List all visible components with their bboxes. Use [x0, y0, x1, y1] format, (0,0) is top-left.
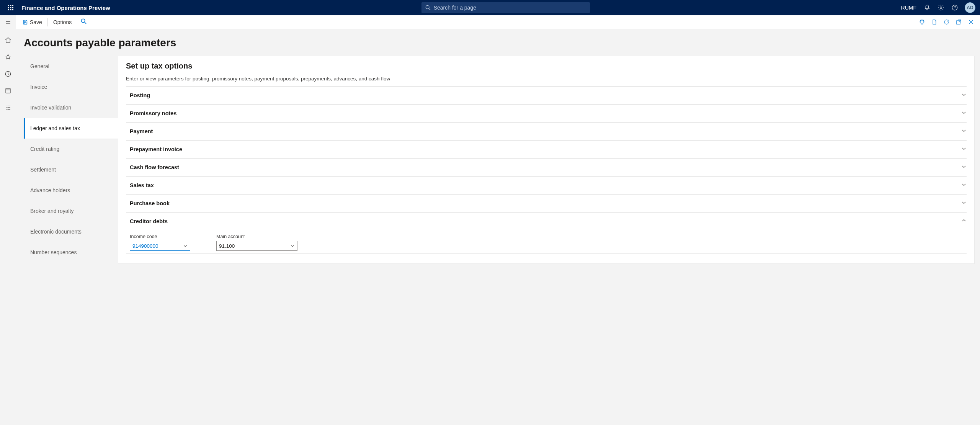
left-rail	[0, 15, 16, 425]
nav-modules[interactable]	[0, 102, 16, 113]
save-icon	[22, 19, 28, 25]
param-nav-electronic-documents[interactable]: Electronic documents	[24, 221, 118, 242]
param-nav-ledger-sales-tax[interactable]: Ledger and sales tax	[24, 118, 118, 139]
chevron-down-icon	[961, 146, 967, 153]
accordion-header[interactable]: Posting	[126, 87, 967, 104]
param-nav-invoice-validation[interactable]: Invoice validation	[24, 97, 118, 118]
accordion-header[interactable]: Cash flow forecast	[126, 159, 967, 176]
svg-rect-0	[8, 5, 9, 6]
param-nav-invoice[interactable]: Invoice	[24, 77, 118, 97]
svg-rect-5	[12, 7, 13, 8]
nav-expand-button[interactable]	[0, 18, 16, 29]
topbar: Finance and Operations Preview Search fo…	[0, 0, 980, 15]
nav-workspaces[interactable]	[0, 85, 16, 96]
svg-point-9	[426, 5, 429, 9]
topbar-center: Search for a page	[110, 2, 901, 13]
accordion-header[interactable]: Promissory notes	[126, 105, 967, 122]
accordion-item-promissory-notes: Promissory notes	[126, 105, 967, 123]
accordion-item-payment: Payment	[126, 123, 967, 141]
panel-title: Set up tax options	[126, 62, 967, 70]
action-bar-left: Save Options	[19, 18, 87, 27]
global-search-placeholder: Search for a page	[434, 5, 476, 11]
accordion-label: Purchase book	[126, 200, 170, 206]
accordion-label: Payment	[126, 128, 153, 134]
refresh-button[interactable]	[942, 18, 951, 27]
home-icon	[5, 37, 11, 44]
income-code-dropdown[interactable]: 914900000	[130, 241, 190, 251]
income-code-label: Income code	[130, 234, 190, 239]
chevron-down-icon	[961, 92, 967, 99]
accordion-header[interactable]: Sales tax	[126, 177, 967, 194]
param-nav-label: Broker and royalty	[30, 208, 74, 214]
param-nav-label: Settlement	[30, 167, 56, 173]
global-search[interactable]: Search for a page	[421, 2, 590, 13]
param-nav-broker-royalty[interactable]: Broker and royalty	[24, 201, 118, 221]
accordion: Posting Promissory notes Payment	[126, 86, 967, 253]
param-nav-general[interactable]: General	[24, 56, 118, 77]
accordion-header[interactable]: Payment	[126, 123, 967, 140]
accordion-header[interactable]: Creditor debts	[126, 212, 967, 230]
accordion-header[interactable]: Prepayment invoice	[126, 141, 967, 158]
svg-rect-6	[8, 9, 9, 10]
diamond-icon	[919, 19, 925, 25]
action-search-button[interactable]	[81, 18, 87, 26]
company-code[interactable]: RUMF	[901, 5, 916, 11]
svg-point-13	[954, 9, 955, 9]
close-button[interactable]	[966, 18, 975, 27]
action-bar: Save Options	[16, 15, 980, 29]
param-nav-label: Ledger and sales tax	[30, 125, 80, 131]
accordion-item-sales-tax: Sales tax	[126, 177, 967, 195]
svg-rect-26	[24, 20, 26, 21]
accordion-item-posting: Posting	[126, 87, 967, 105]
field-row: Income code 914900000 Main account 91.10…	[130, 234, 963, 251]
param-nav-label: Credit rating	[30, 146, 59, 152]
settings-button[interactable]	[935, 0, 947, 15]
search-icon	[425, 5, 431, 10]
save-label: Save	[30, 19, 42, 25]
field-main-account: Main account 91.100	[216, 234, 297, 251]
accordion-header[interactable]: Purchase book	[126, 195, 967, 212]
svg-rect-27	[24, 22, 26, 24]
topbar-right: RUMF AD	[901, 0, 977, 15]
param-nav-label: Advance holders	[30, 187, 70, 193]
office-button[interactable]	[929, 18, 939, 27]
main-account-dropdown[interactable]: 91.100	[216, 241, 297, 251]
accordion-item-purchase-book: Purchase book	[126, 195, 967, 212]
modules-icon	[5, 104, 11, 111]
accordion-item-creditor-debts: Creditor debts Income code 914900000	[126, 212, 967, 253]
svg-rect-3	[8, 7, 9, 8]
options-button[interactable]: Options	[50, 18, 75, 27]
attach-button[interactable]	[917, 18, 926, 27]
param-nav-advance-holders[interactable]: Advance holders	[24, 180, 118, 201]
notifications-button[interactable]	[921, 0, 933, 15]
user-avatar[interactable]: AD	[965, 2, 975, 13]
chevron-down-icon	[290, 244, 295, 248]
svg-line-10	[429, 8, 430, 10]
workspace-icon	[5, 87, 11, 94]
param-nav-label: General	[30, 63, 49, 69]
nav-home[interactable]	[0, 34, 16, 46]
help-button[interactable]	[949, 0, 961, 15]
save-button[interactable]: Save	[19, 18, 45, 27]
income-code-value: 914900000	[132, 243, 158, 249]
app-launcher-button[interactable]	[3, 0, 18, 15]
svg-rect-4	[10, 7, 11, 8]
param-nav-label: Number sequences	[30, 249, 77, 255]
nav-recent[interactable]	[0, 68, 16, 80]
chevron-down-icon	[961, 164, 967, 171]
svg-point-11	[940, 7, 942, 9]
param-nav-label: Invoice validation	[30, 105, 71, 111]
parameter-nav: General Invoice Invoice validation Ledge…	[24, 56, 118, 264]
accordion-item-cash-flow-forecast: Cash flow forecast	[126, 159, 967, 177]
param-nav-credit-rating[interactable]: Credit rating	[24, 139, 118, 159]
avatar-initials: AD	[967, 5, 973, 10]
accordion-item-prepayment-invoice: Prepayment invoice	[126, 141, 967, 159]
param-nav-number-sequences[interactable]: Number sequences	[24, 242, 118, 263]
svg-line-29	[85, 22, 86, 24]
param-nav-settlement[interactable]: Settlement	[24, 159, 118, 180]
popout-button[interactable]	[954, 18, 963, 27]
nav-favorites[interactable]	[0, 51, 16, 63]
svg-point-28	[82, 19, 85, 22]
close-icon	[968, 19, 974, 25]
chevron-down-icon	[961, 110, 967, 117]
